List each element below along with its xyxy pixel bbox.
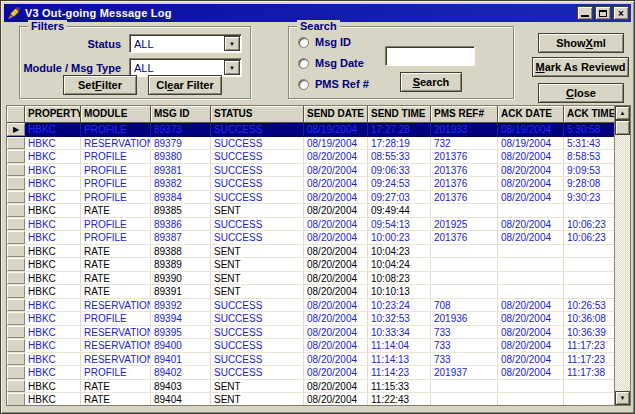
cell-module: RATE [81,245,151,258]
table-row[interactable]: HBKCRESERVATION89395SUCCESS08/20/200410:… [7,326,614,340]
maximize-button[interactable] [595,6,611,20]
cell-module: RESERVATION [81,339,151,352]
module-combobox-value: ALL [130,62,223,74]
radio-button-icon[interactable] [298,79,309,90]
column-header-property[interactable]: PROPERTY [25,106,81,123]
table-row[interactable]: HBKCRESERVATION89392SUCCESS08/20/200410:… [7,299,614,313]
minimize-button[interactable] [577,6,593,20]
table-row[interactable]: HBKCRATE89390SENT08/20/200410:08:23 [7,272,614,286]
table-row[interactable]: HBKCPROFILE89402SUCCESS08/20/200411:14:2… [7,366,614,380]
table-row[interactable]: HBKCRATE89385SENT08/20/200409:49:44 [7,204,614,218]
cell-send-date: 08/20/2004 [304,218,368,231]
table-row[interactable]: HBKCPROFILE89394SUCCESS08/20/200410:32:5… [7,312,614,326]
column-header-ack-date[interactable]: ACK DATE [498,106,564,123]
table-row[interactable]: HBKCRATE89403SENT08/20/200411:15:33 [7,380,614,394]
table-row[interactable]: HBKCRATE89389SENT08/20/200410:04:24 [7,258,614,272]
radio-pms-ref-label: PMS Ref # [315,78,369,90]
row-selector[interactable] [7,177,25,190]
column-header-msg-id[interactable]: MSG ID [151,106,211,123]
row-selector-current[interactable]: ▶ [7,123,25,136]
table-row[interactable]: HBKCRATE89388SENT08/20/200410:04:23 [7,245,614,259]
table-row[interactable]: HBKCRATE89391SENT08/20/200410:10:13 [7,285,614,299]
cell-module: PROFILE [81,312,151,325]
clear-filter-button[interactable]: Clear Filter [148,75,222,95]
row-selector[interactable] [7,299,25,312]
search-legend: Search [297,20,340,32]
row-selector[interactable] [7,312,25,325]
row-selector[interactable] [7,326,25,339]
close-window-button[interactable]: × [613,6,629,20]
cell-ack-date: 08/20/2004 [498,353,564,366]
row-selector[interactable] [7,218,25,231]
row-selector[interactable] [7,231,25,244]
cell-send-date: 08/20/2004 [304,366,368,379]
cell-status: SUCCESS [211,123,304,136]
cell-property: HBKC [25,326,81,339]
row-selector[interactable] [7,366,25,379]
row-selector[interactable] [7,393,25,405]
row-selector[interactable] [7,245,25,258]
row-selector[interactable] [7,204,25,217]
cell-msg-id: 89392 [151,299,211,312]
status-combobox-dropdown-button[interactable]: ▼ [224,36,240,51]
cell-pms-ref: 201376 [431,164,498,177]
cell-status: SENT [211,204,304,217]
column-header-status[interactable]: STATUS [211,106,304,123]
cell-property: HBKC [25,137,81,150]
mark-as-reviewed-button[interactable]: Mark As Reviewd [532,57,629,77]
close-button[interactable]: Close [538,83,624,103]
show-xml-button[interactable]: Show Xml [538,33,624,53]
cell-property: HBKC [25,285,81,298]
scrollbar-thumb[interactable] [615,120,630,135]
set-filter-button[interactable]: Set Filter [63,75,137,95]
cell-status: SUCCESS [211,339,304,352]
cell-property: HBKC [25,393,81,405]
cell-msg-id: 89400 [151,339,211,352]
cell-ack-time [564,204,614,217]
table-row[interactable]: HBKCPROFILE89386SUCCESS08/20/200409:54:1… [7,218,614,232]
row-selector[interactable] [7,285,25,298]
column-header-module[interactable]: MODULE [81,106,151,123]
cell-ack-date: 08/20/2004 [498,299,564,312]
cell-module: RESERVATION [81,326,151,339]
table-row[interactable]: HBKCPROFILE89384SUCCESS08/20/200409:27:0… [7,191,614,205]
status-combobox[interactable]: ALL ▼ [129,34,242,53]
cell-send-date: 08/20/2004 [304,380,368,393]
cell-msg-id: 89403 [151,380,211,393]
radio-msg-id[interactable]: Msg ID [298,36,351,48]
row-selector[interactable] [7,150,25,163]
table-row[interactable]: HBKCPROFILE89381SUCCESS08/20/200409:06:3… [7,164,614,178]
row-selector[interactable] [7,380,25,393]
column-header-send-time[interactable]: SEND TIME [368,106,431,123]
column-header-send-date[interactable]: SEND DATE [304,106,368,123]
cell-msg-id: 89402 [151,366,211,379]
table-row[interactable]: HBKCRESERVATION89401SUCCESS08/20/200411:… [7,353,614,367]
radio-msg-date[interactable]: Msg Date [298,57,364,69]
column-header-pms-ref[interactable]: PMS REF# [431,106,498,123]
scroll-up-button[interactable]: ▲ [615,106,630,120]
table-row[interactable]: HBKCRESERVATION89379SUCCESS08/19/200417:… [7,137,614,151]
row-selector[interactable] [7,137,25,150]
row-selector[interactable] [7,191,25,204]
row-selector[interactable] [7,258,25,271]
row-selector[interactable] [7,339,25,352]
column-header-ack-time[interactable]: ACK TIME [564,106,614,123]
window-title: V3 Out-going Message Log [25,7,172,19]
module-combobox-dropdown-button[interactable]: ▼ [224,60,240,75]
row-selector[interactable] [7,353,25,366]
radio-button-icon[interactable] [298,37,309,48]
table-row[interactable]: HBKCRESERVATION89400SUCCESS08/20/200411:… [7,339,614,353]
table-row[interactable]: HBKCPROFILE89380SUCCESS08/20/200408:55:3… [7,150,614,164]
vertical-scrollbar[interactable]: ▲ ▼ [614,106,630,405]
scroll-down-button[interactable]: ▼ [615,391,630,405]
radio-pms-ref[interactable]: PMS Ref # [298,78,369,90]
table-row[interactable]: HBKCPROFILE89387SUCCESS08/20/200410:00:2… [7,231,614,245]
search-button[interactable]: Search [400,72,462,92]
table-row[interactable]: HBKCPROFILE89382SUCCESS08/20/200409:24:5… [7,177,614,191]
table-row[interactable]: ▶HBKCPROFILE89373SUCCESS08/19/200417:27:… [7,123,614,137]
row-selector[interactable] [7,164,25,177]
search-input[interactable] [385,46,475,66]
table-row[interactable]: HBKCRATE89404SENT08/20/200411:22:43 [7,393,614,405]
radio-button-icon[interactable] [298,58,309,69]
row-selector[interactable] [7,272,25,285]
